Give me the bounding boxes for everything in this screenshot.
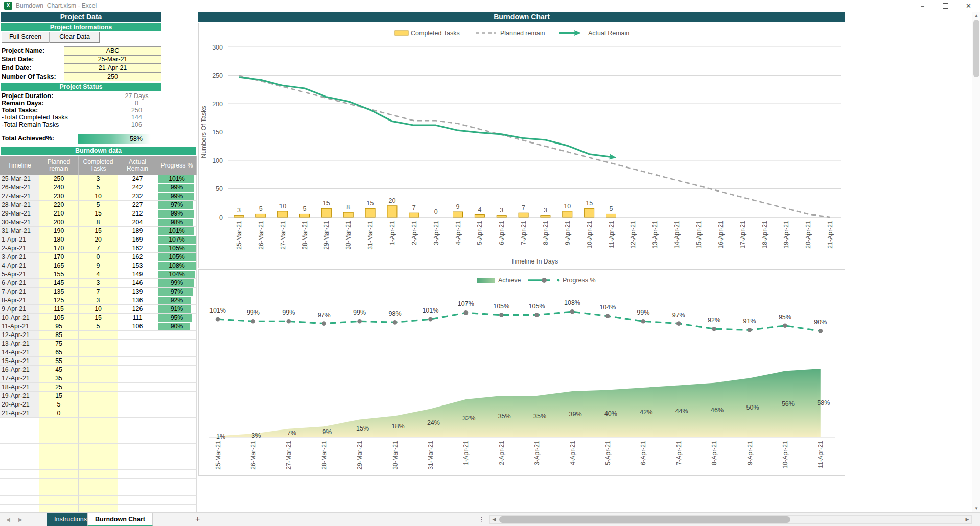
cell-timeline[interactable]: 8-Apr-21	[0, 296, 39, 305]
total-achieved-databar[interactable]: 58%	[78, 134, 161, 144]
cell-completed[interactable]	[79, 452, 118, 461]
cell-actual[interactable]	[118, 452, 157, 461]
cell-progress[interactable]: 105%	[157, 244, 197, 253]
cell-timeline[interactable]: 16-Apr-21	[0, 366, 39, 374]
cell-progress[interactable]: 99%	[157, 183, 197, 192]
burndown-table[interactable]: TimelinePlanned remainCompleted TasksAct…	[0, 156, 197, 512]
cell-timeline[interactable]: 9-Apr-21	[0, 305, 39, 314]
cell-completed[interactable]: 15	[79, 314, 118, 322]
cell-completed[interactable]: 7	[79, 288, 118, 296]
cell-planned[interactable]: 25	[39, 383, 79, 392]
cell-completed[interactable]: 4	[79, 270, 118, 279]
cell-progress[interactable]: 107%	[157, 235, 197, 244]
cell-timeline[interactable]: 19-Apr-21	[0, 392, 39, 400]
field-value-cell[interactable]: 21-Apr-21	[64, 64, 161, 73]
cell-actual[interactable]: 242	[118, 183, 157, 192]
cell-timeline[interactable]: 14-Apr-21	[0, 348, 39, 357]
add-sheet-icon[interactable]: +	[195, 513, 200, 526]
cell-completed[interactable]	[79, 331, 118, 340]
cell-progress[interactable]	[157, 348, 197, 357]
cell-progress[interactable]: 99%	[157, 279, 197, 288]
cell-completed[interactable]	[79, 444, 118, 452]
cell-completed[interactable]: 15	[79, 209, 118, 218]
cell-planned[interactable]: 145	[39, 279, 79, 288]
cell-planned[interactable]	[39, 426, 79, 435]
cell-progress[interactable]	[157, 435, 197, 444]
cell-actual[interactable]: 106	[118, 322, 157, 331]
cell-progress[interactable]: 108%	[157, 261, 197, 270]
cell-actual[interactable]: 247	[118, 175, 157, 183]
cell-completed[interactable]	[79, 505, 118, 512]
cell-timeline[interactable]	[0, 426, 39, 435]
cell-actual[interactable]	[118, 331, 157, 340]
cell-planned[interactable]: 200	[39, 218, 79, 227]
cell-actual[interactable]: 149	[118, 270, 157, 279]
cell-completed[interactable]	[79, 487, 118, 496]
cell-planned[interactable]: 170	[39, 253, 79, 261]
cell-timeline[interactable]: 27-Mar-21	[0, 192, 39, 201]
cell-actual[interactable]	[118, 470, 157, 479]
cell-completed[interactable]	[79, 426, 118, 435]
cell-actual[interactable]	[118, 505, 157, 512]
cell-actual[interactable]: 111	[118, 314, 157, 322]
cell-progress[interactable]: 95%	[157, 314, 197, 322]
cell-actual[interactable]: 139	[118, 288, 157, 296]
cell-completed[interactable]: 5	[79, 322, 118, 331]
cell-progress[interactable]	[157, 374, 197, 383]
vertical-scroll-thumb[interactable]	[973, 20, 979, 77]
cell-actual[interactable]: 162	[118, 253, 157, 261]
cell-actual[interactable]	[118, 479, 157, 487]
cell-planned[interactable]: 65	[39, 348, 79, 357]
achieve-bottom-chart-box[interactable]: 1%3%7%9%15%18%24%32%35%35%39%40%42%44%46…	[198, 269, 845, 476]
cell-completed[interactable]	[79, 470, 118, 479]
cell-progress[interactable]: 98%	[157, 218, 197, 227]
cell-actual[interactable]	[118, 487, 157, 496]
cell-timeline[interactable]	[0, 487, 39, 496]
cell-progress[interactable]	[157, 409, 197, 418]
cell-progress[interactable]	[157, 444, 197, 452]
vertical-scrollbar[interactable]: ▲ ▼	[972, 12, 980, 512]
cell-planned[interactable]: 5	[39, 400, 79, 409]
cell-timeline[interactable]: 31-Mar-21	[0, 227, 39, 235]
cell-completed[interactable]	[79, 409, 118, 418]
cell-timeline[interactable]: 30-Mar-21	[0, 218, 39, 227]
cell-actual[interactable]: 169	[118, 235, 157, 244]
cell-actual[interactable]	[118, 426, 157, 435]
cell-completed[interactable]: 5	[79, 201, 118, 209]
cell-planned[interactable]: 35	[39, 374, 79, 383]
cell-timeline[interactable]: 13-Apr-21	[0, 340, 39, 348]
cell-planned[interactable]: 85	[39, 331, 79, 340]
cell-actual[interactable]	[118, 383, 157, 392]
cell-progress[interactable]	[157, 400, 197, 409]
cell-planned[interactable]: 190	[39, 227, 79, 235]
cell-planned[interactable]: 115	[39, 305, 79, 314]
cell-completed[interactable]: 7	[79, 244, 118, 253]
cell-progress[interactable]: 97%	[157, 201, 197, 209]
cell-actual[interactable]	[118, 444, 157, 452]
cell-planned[interactable]: 105	[39, 314, 79, 322]
cell-progress[interactable]	[157, 496, 197, 505]
cell-planned[interactable]: 210	[39, 209, 79, 218]
cell-actual[interactable]	[118, 348, 157, 357]
field-value-cell[interactable]: ABC	[64, 46, 161, 55]
cell-completed[interactable]: 9	[79, 261, 118, 270]
burndown-top-chart-box[interactable]: 050100150200250300Numbers Of Tasks351051…	[198, 23, 845, 268]
cell-completed[interactable]: 3	[79, 279, 118, 288]
cell-planned[interactable]	[39, 470, 79, 479]
cell-progress[interactable]	[157, 452, 197, 461]
prev-sheet-icon[interactable]: ◀	[6, 513, 10, 526]
cell-timeline[interactable]: 11-Apr-21	[0, 322, 39, 331]
cell-planned[interactable]	[39, 461, 79, 470]
cell-progress[interactable]: 104%	[157, 270, 197, 279]
cell-planned[interactable]	[39, 444, 79, 452]
cell-progress[interactable]	[157, 461, 197, 470]
horizontal-scroll-thumb[interactable]	[499, 516, 790, 523]
cell-timeline[interactable]: 4-Apr-21	[0, 261, 39, 270]
cell-timeline[interactable]: 15-Apr-21	[0, 357, 39, 366]
cell-completed[interactable]	[79, 383, 118, 392]
cell-timeline[interactable]	[0, 470, 39, 479]
cell-planned[interactable]: 240	[39, 183, 79, 192]
cell-timeline[interactable]	[0, 452, 39, 461]
cell-planned[interactable]: 180	[39, 235, 79, 244]
cell-timeline[interactable]: 5-Apr-21	[0, 270, 39, 279]
